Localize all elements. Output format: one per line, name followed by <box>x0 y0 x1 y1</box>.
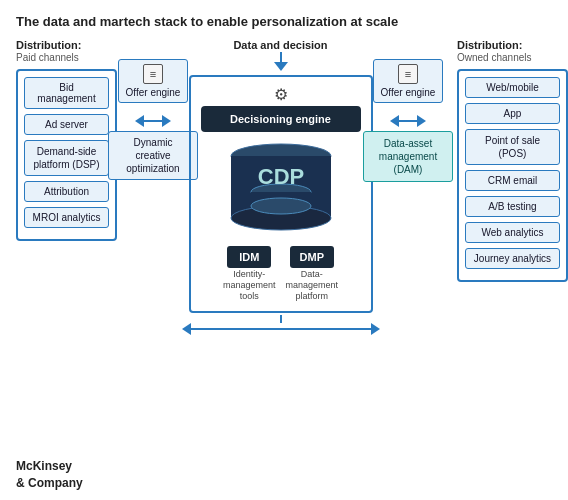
left-dynamic: Dynamic creative optimization <box>108 131 198 180</box>
right-offer-engine-label: Offer engine <box>381 87 436 98</box>
right-box-ab: A/B testing <box>465 196 560 217</box>
logo-line2: & Company <box>16 475 83 492</box>
top-arrow-head <box>274 62 288 71</box>
left-box-dsp: Demand-side platform (DSP) <box>24 140 109 176</box>
right-offer-icon: ≡ <box>398 64 418 84</box>
right-box-pos: Point of sale (POS) <box>465 129 560 165</box>
right-box-web-analytics: Web analytics <box>465 222 560 243</box>
right-box-journey: Journey analytics <box>465 248 560 269</box>
arrow-left-icon <box>135 115 144 127</box>
mckinsey-logo: McKinsey & Company <box>16 458 83 492</box>
right-dist-border: Web/mobile App Point of sale (POS) CRM e… <box>457 69 568 282</box>
svg-point-5 <box>251 198 311 214</box>
idm-item: IDM Identity-managementtools <box>223 246 276 301</box>
bottom-arrow-left <box>182 323 191 335</box>
cdp-svg: CDP <box>226 140 336 240</box>
idm-dmp-row: IDM Identity-managementtools DMP Data-ma… <box>201 246 361 301</box>
logo-line1: McKinsey <box>16 458 83 475</box>
right-arrow-right-icon <box>417 115 426 127</box>
bottom-h-line <box>191 328 371 330</box>
idm-box: IDM <box>227 246 271 268</box>
diagram: Distribution: Paid channels Bid manageme… <box>16 39 552 335</box>
left-box-bid: Bid management <box>24 77 109 109</box>
left-offer-icon: ≡ <box>143 64 163 84</box>
cdp-container: CDP <box>226 140 336 240</box>
right-offer-engine: ≡ Offer engine <box>373 59 444 103</box>
right-box-app: App <box>465 103 560 124</box>
center-border: ⚙ Decisioning engine C <box>189 75 373 313</box>
bottom-h-arrows <box>182 323 380 335</box>
page: The data and martech stack to enable per… <box>0 0 568 500</box>
dam-box: Data-asset management (DAM) <box>363 131 453 182</box>
bottom-arrow-right <box>371 323 380 335</box>
right-arrows <box>390 115 426 127</box>
left-middle-section: ≡ Offer engine Dynamic creative optimiza… <box>108 39 198 180</box>
h-line-left <box>144 120 162 122</box>
svg-text:CDP: CDP <box>257 164 303 189</box>
right-dist-sublabel: Owned channels <box>457 52 532 63</box>
center-section: Data and decision ⚙ Decisioning engine <box>202 39 359 335</box>
h-line-right <box>399 120 417 122</box>
right-arrow-left-icon <box>390 115 399 127</box>
dmp-sublabel: Data-managementplatform <box>286 269 339 301</box>
left-box-attribution: Attribution <box>24 181 109 202</box>
top-arrow <box>274 52 288 71</box>
decisioning-container: ⚙ Decisioning engine <box>201 85 361 136</box>
right-dist-label: Distribution: <box>457 39 522 51</box>
arrow-right-icon <box>162 115 171 127</box>
left-offer-icon-glyph: ≡ <box>150 68 156 80</box>
top-arrow-line <box>280 52 282 62</box>
left-arrows <box>135 115 171 127</box>
gear-icon: ⚙ <box>274 85 288 104</box>
idm-sublabel: Identity-managementtools <box>223 269 276 301</box>
main-title: The data and martech stack to enable per… <box>16 14 552 29</box>
bottom-arrow-line <box>280 315 282 323</box>
right-box-web: Web/mobile <box>465 77 560 98</box>
left-dist-border: Bid management Ad server Demand-side pla… <box>16 69 117 241</box>
right-offer-icon-glyph: ≡ <box>405 68 411 80</box>
decisioning-box: Decisioning engine <box>201 106 361 132</box>
bottom-arrow-container <box>182 315 380 335</box>
left-distribution-section: Distribution: Paid channels Bid manageme… <box>16 39 104 241</box>
left-dist-label: Distribution: <box>16 39 81 51</box>
left-offer-engine: ≡ Offer engine <box>118 59 189 103</box>
left-box-mroi: MROI analytics <box>24 207 109 228</box>
left-box-adserver: Ad server <box>24 114 109 135</box>
center-label: Data and decision <box>233 39 327 51</box>
left-offer-engine-label: Offer engine <box>126 87 181 98</box>
dmp-box: DMP <box>290 246 334 268</box>
right-middle-section: ≡ Offer engine Data-asset management (DA… <box>363 39 453 188</box>
dmp-item: DMP Data-managementplatform <box>286 246 339 301</box>
right-distribution-section: Distribution: Owned channels Web/mobile … <box>457 39 552 282</box>
left-dist-sublabel: Paid channels <box>16 52 79 63</box>
right-box-crm: CRM email <box>465 170 560 191</box>
top-arrow-container <box>274 52 288 71</box>
